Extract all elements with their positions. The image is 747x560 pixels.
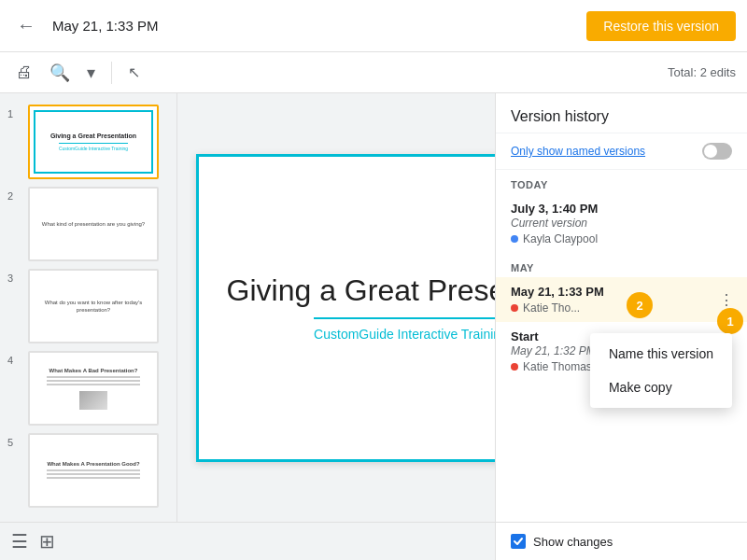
- slide-box-1[interactable]: Giving a Great Presentation CustomGuide …: [28, 105, 159, 179]
- context-menu: Name this version Make copy: [590, 333, 732, 408]
- version-item-time-july3: July 3, 1:40 PM: [511, 202, 732, 216]
- restore-button[interactable]: Restore this version: [586, 11, 736, 41]
- bottom-bar: ☰ ⊞: [0, 522, 495, 560]
- checkmark-icon: [513, 536, 524, 547]
- slide-thumb-3[interactable]: 3 What do you want to know after today's…: [0, 265, 176, 347]
- user-name-may21-133: Katie Tho...: [523, 301, 580, 315]
- slide-num-4: 4: [7, 355, 22, 366]
- callout-badge-1: 1: [717, 308, 743, 334]
- version-item-user-july3: Kayla Claypool: [511, 232, 732, 245]
- version-panel: Version history Only show named versions…: [495, 93, 747, 560]
- version-item-july3[interactable]: July 3, 1:40 PM Current version Kayla Cl…: [496, 194, 747, 253]
- slide-num-5: 5: [7, 437, 22, 448]
- user-dot-may21-133: [511, 304, 518, 312]
- slide-num-1: 1: [7, 108, 22, 119]
- toggle-label: Only show named versions: [511, 145, 695, 158]
- top-bar: ← May 21, 1:33 PM Restore this version: [0, 0, 747, 52]
- slide-box-4[interactable]: What Makes A Bad Presentation?: [28, 351, 159, 426]
- main-slide-title: Giving a Great Presentation: [227, 273, 495, 308]
- user-dot-start: [511, 363, 518, 371]
- total-edits: Total: 2 edits: [668, 65, 736, 79]
- slide-num-3: 3: [7, 273, 22, 284]
- toggle-knob: [704, 145, 717, 158]
- slide-box-3[interactable]: What do you want to know after today's p…: [28, 269, 159, 343]
- show-changes-label: Show changes: [533, 535, 613, 549]
- second-bar: 🖨 🔍 ▾ ↖ Total: 2 edits: [0, 52, 747, 93]
- main-area: 1 Giving a Great Presentation CustomGuid…: [0, 93, 747, 560]
- zoom-dropdown-icon[interactable]: ▾: [82, 58, 100, 88]
- left-area: 1 Giving a Great Presentation CustomGuid…: [0, 93, 495, 560]
- slide5-text: What Makes A Presentation Good?: [47, 460, 139, 468]
- user-dot-july3: [511, 235, 518, 243]
- filmstrip-icon[interactable]: ⊞: [39, 530, 55, 553]
- user-name-july3: Kayla Claypool: [523, 232, 598, 245]
- slide4-text: What Makes A Bad Presentation?: [49, 367, 138, 374]
- context-menu-make-copy[interactable]: Make copy: [590, 371, 732, 404]
- show-changes-checkbox[interactable]: [511, 534, 526, 549]
- user-name-start: Katie Thomas: [523, 360, 592, 373]
- slide-thumb-2[interactable]: 2 What kind of presentation are you givi…: [0, 183, 176, 265]
- grid-view-icon[interactable]: ☰: [11, 530, 28, 553]
- zoom-icon[interactable]: 🔍: [45, 58, 75, 88]
- context-menu-name-version[interactable]: Name this version: [590, 337, 732, 371]
- toggle-row: Only show named versions: [496, 133, 747, 170]
- slide-panel: 1 Giving a Great Presentation CustomGuid…: [0, 93, 177, 522]
- slide-num-2: 2: [7, 190, 22, 202]
- may-section-label: MAY: [496, 253, 747, 277]
- slide-box-5[interactable]: What Makes A Presentation Good?: [28, 433, 159, 508]
- slide4-image: [79, 391, 107, 410]
- slide-thumb-1[interactable]: 1 Giving a Great Presentation CustomGuid…: [0, 101, 176, 183]
- version-item-may21-133[interactable]: May 21, 1:33 PM Katie Tho... ⋮ 2 Name th…: [496, 277, 747, 322]
- toolbar-separator: [111, 62, 112, 84]
- cursor-icon[interactable]: ↖: [123, 59, 145, 86]
- slide5-lines: [47, 468, 139, 481]
- version-time-may21-133: May 21, 1:33 PM: [511, 285, 732, 299]
- left-main: 1 Giving a Great Presentation CustomGuid…: [0, 93, 495, 522]
- print-icon[interactable]: 🖨: [11, 58, 37, 87]
- named-versions-toggle[interactable]: [702, 143, 732, 160]
- version-user-may21-133: Katie Tho...: [511, 301, 732, 315]
- named-versions-link[interactable]: named versions: [566, 145, 645, 158]
- callout-badge-2: 2: [627, 292, 653, 318]
- main-slide-subtitle: CustomGuide Interactive Training: [314, 317, 495, 342]
- slide3-text: What do you want to know after today's p…: [35, 299, 151, 315]
- toggle-text-static: Only show: [511, 145, 566, 158]
- version-history-header: Version history: [496, 93, 747, 133]
- version-item-sub-july3: Current version: [511, 217, 732, 230]
- slide-box-2[interactable]: What kind of presentation are you giving…: [28, 187, 159, 261]
- show-changes-row: Show changes: [496, 522, 747, 560]
- main-slide: Giving a Great Presentation CustomGuide …: [196, 154, 495, 462]
- version-panel-inner: Version history Only show named versions…: [496, 93, 747, 560]
- slide4-lines: [47, 374, 139, 387]
- slide-canvas: Giving a Great Presentation CustomGuide …: [177, 93, 495, 522]
- slide2-text: What kind of presentation are you giving…: [42, 220, 145, 228]
- date-title: May 21, 1:33 PM: [52, 18, 575, 34]
- version-list: TODAY July 3, 1:40 PM Current version Ka…: [496, 170, 747, 522]
- back-button[interactable]: ←: [11, 9, 41, 42]
- slide-thumb-5[interactable]: 5 What Makes A Presentation Good?: [0, 429, 176, 511]
- slide-thumb-4[interactable]: 4 What Makes A Bad Presentation?: [0, 347, 176, 429]
- slide1-title: Giving a Great Presentation: [50, 133, 136, 140]
- today-section-label: TODAY: [496, 170, 747, 194]
- slide1-subtitle: CustomGuide Interactive Training: [59, 143, 128, 151]
